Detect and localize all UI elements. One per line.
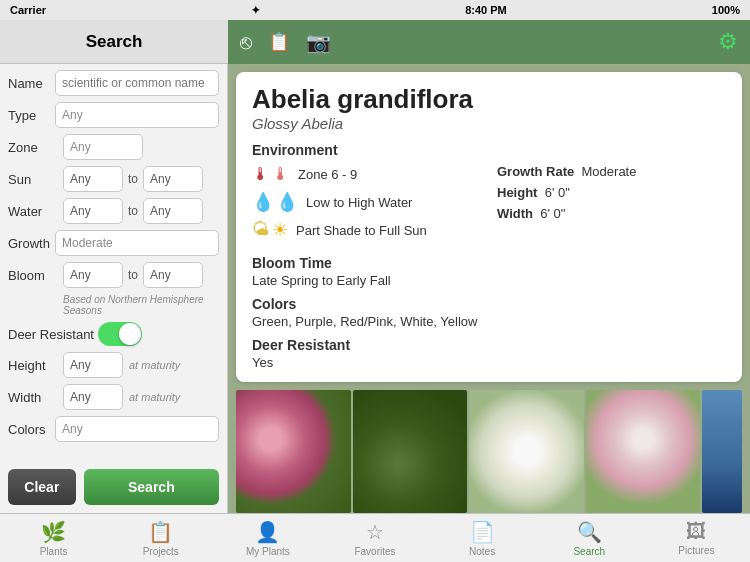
sun-icons: 🌤 ☀ [252, 219, 288, 241]
star-icon: ☆ [366, 520, 384, 544]
sun-env-row: 🌤 ☀ Part Shade to Full Sun [252, 219, 481, 241]
environment-info: 🌡 🌡 Zone 6 - 9 💧 💧 Low to High Water [252, 164, 726, 247]
bottom-nav: 🌿 Plants 📋 Projects 👤 My Plants ☆ Favori… [0, 513, 750, 562]
top-toolbar: ⎋ 📋 📷 ⚙ [228, 20, 750, 64]
water-row: Water to [8, 198, 219, 224]
sun-label: Sun [8, 172, 63, 187]
camera-icon[interactable]: 📷 [306, 30, 331, 54]
name-input[interactable] [55, 70, 219, 96]
gear-icon[interactable]: ⚙ [718, 29, 738, 55]
full-sun-icon: ☀ [272, 219, 288, 241]
growth-label: Growth [8, 236, 55, 251]
height-label: Height [8, 358, 63, 373]
bloom-to-label: to [128, 268, 138, 282]
deer-resistant-toggle[interactable] [98, 322, 142, 346]
nav-label-myplants: My Plants [246, 546, 290, 557]
colors-value: Green, Purple, Red/Pink, White, Yellow [252, 314, 726, 329]
plant-image-2[interactable] [353, 390, 468, 513]
nav-item-notes[interactable]: 📄 Notes [429, 514, 536, 562]
time-label: 8:40 PM [465, 4, 507, 16]
growth-rate-stat: Growth Rate Moderate [497, 164, 726, 179]
height-suffix: at maturity [129, 359, 180, 371]
height-stat: Height 6' 0" [497, 185, 726, 200]
colors-label: Colors [8, 422, 55, 437]
water-heavy-icon: 💧 [276, 191, 298, 213]
deer-resistant-row: Deer Resistant [8, 322, 219, 346]
nav-item-projects[interactable]: 📋 Projects [107, 514, 214, 562]
nav-item-pictures[interactable]: 🖼 Pictures [643, 514, 750, 562]
leaf-icon: 🌿 [41, 520, 66, 544]
zone-env-row: 🌡 🌡 Zone 6 - 9 [252, 164, 481, 185]
search-nav-icon: 🔍 [577, 520, 602, 544]
document-icon[interactable]: 📋 [268, 31, 290, 53]
growth-rate-value: Moderate [582, 164, 637, 179]
part-shade-icon: 🌤 [252, 219, 270, 241]
deer-section: Deer Resistant Yes [252, 337, 726, 370]
bloom-section: Bloom Time Late Spring to Early Fall [252, 255, 726, 288]
growth-input[interactable] [55, 230, 219, 256]
search-button[interactable]: Search [84, 469, 219, 505]
nav-item-myplants[interactable]: 👤 My Plants [214, 514, 321, 562]
plant-image-3[interactable] [469, 390, 584, 513]
toggle-knob [119, 323, 141, 345]
myplants-icon: 👤 [255, 520, 280, 544]
width-input[interactable] [63, 384, 123, 410]
battery-label: 100% [712, 4, 740, 16]
width-label: Width [8, 390, 63, 405]
notes-icon: 📄 [470, 520, 495, 544]
water-icons: 💧 💧 [252, 191, 298, 213]
left-panel: Name Type Zone Sun to [0, 64, 228, 513]
nav-label-notes: Notes [469, 546, 495, 557]
button-row: Clear Search [0, 461, 227, 513]
plant-detail-card: Abelia grandiflora Glossy Abelia Environ… [236, 72, 742, 382]
nav-label-favorites: Favorites [354, 546, 395, 557]
bloom-to-input[interactable] [143, 262, 203, 288]
plant-image-4[interactable] [586, 390, 701, 513]
width-stat-label: Width [497, 206, 533, 221]
water-from-input[interactable] [63, 198, 123, 224]
growth-rate-label: Growth Rate [497, 164, 574, 179]
water-label: Water [8, 204, 63, 219]
plant-image-5[interactable] [702, 390, 742, 513]
height-input[interactable] [63, 352, 123, 378]
sun-row: Sun to [8, 166, 219, 192]
water-to-input[interactable] [143, 198, 203, 224]
water-to-label: to [128, 204, 138, 218]
plant-scientific-name: Abelia grandiflora [252, 84, 726, 115]
water-env-row: 💧 💧 Low to High Water [252, 191, 481, 213]
projects-icon: 📋 [148, 520, 173, 544]
bloom-from-input[interactable] [63, 262, 123, 288]
environment-left: 🌡 🌡 Zone 6 - 9 💧 💧 Low to High Water [252, 164, 481, 247]
type-input[interactable] [55, 102, 219, 128]
sun-from-input[interactable] [63, 166, 123, 192]
right-panel: Abelia grandiflora Glossy Abelia Environ… [228, 64, 750, 513]
upload-icon[interactable]: ⎋ [240, 31, 252, 54]
zone-input[interactable] [63, 134, 143, 160]
zone-text: Zone 6 - 9 [298, 167, 357, 182]
deer-title: Deer Resistant [252, 337, 726, 353]
sun-to-input[interactable] [143, 166, 203, 192]
thermometer-icons: 🌡 🌡 [252, 164, 290, 185]
bloom-label: Bloom [8, 268, 63, 283]
nav-item-search[interactable]: 🔍 Search [536, 514, 643, 562]
nav-label-plants: Plants [40, 546, 68, 557]
clear-button[interactable]: Clear [8, 469, 76, 505]
wifi-icon: ✦ [251, 4, 260, 17]
pictures-icon: 🖼 [686, 520, 706, 543]
colors-row: Colors [8, 416, 219, 442]
height-row: Height at maturity [8, 352, 219, 378]
bloom-title: Bloom Time [252, 255, 726, 271]
status-bar: Carrier ✦ 8:40 PM 100% [0, 0, 750, 20]
environment-right: Growth Rate Moderate Height 6' 0" Width … [481, 164, 726, 247]
zone-row: Zone [8, 134, 219, 160]
search-form: Name Type Zone Sun to [0, 64, 227, 461]
colors-input[interactable] [55, 416, 219, 442]
width-stat-value: 6' 0" [540, 206, 565, 221]
nav-label-projects: Projects [143, 546, 179, 557]
height-stat-label: Height [497, 185, 537, 200]
plant-image-1[interactable] [236, 390, 351, 513]
nav-label-search: Search [573, 546, 605, 557]
nav-item-favorites[interactable]: ☆ Favorites [321, 514, 428, 562]
nav-item-plants[interactable]: 🌿 Plants [0, 514, 107, 562]
thermo-hot-icon: 🌡 [272, 164, 290, 185]
